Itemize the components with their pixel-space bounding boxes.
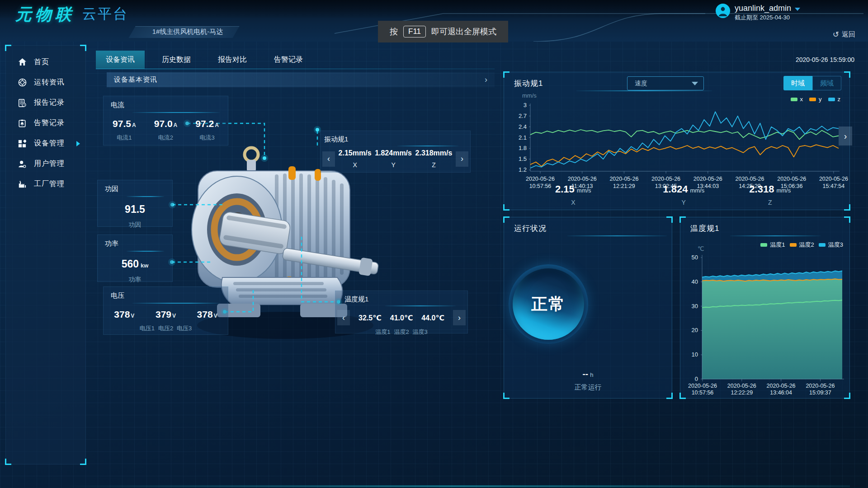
svg-text:0: 0	[695, 375, 698, 382]
sidebar-item-user-management[interactable]: 用户管理	[6, 154, 85, 174]
chevron-down-icon[interactable]	[795, 8, 800, 11]
bottom-accent-strip	[59, 485, 850, 487]
svg-text:40: 40	[692, 278, 698, 285]
vibration-chart-panel: 振动规1 速度 时域 频域 xyz mm/s 32.72.42.11.81.51…	[504, 72, 850, 210]
temperature-next-button[interactable]: ›	[453, 310, 466, 325]
tab-history-data[interactable]: 历史数据	[152, 51, 201, 69]
svg-text:10: 10	[692, 351, 698, 358]
corner-bracket	[80, 45, 86, 51]
sidebar-item-home[interactable]: 首页	[6, 52, 85, 72]
current-panel: 电流 97.5A 97.0A 97.2A 电流1 电流2 电流3	[103, 96, 228, 145]
sidebar-label: 首页	[34, 57, 49, 67]
alarm-icon	[18, 119, 27, 128]
license-expiry: 截止期至 2025-04-30	[735, 14, 800, 22]
status-indicator: 正常	[509, 264, 588, 344]
tab-device-info[interactable]: 设备资讯	[96, 51, 145, 69]
temperature-area-chart: 504030201002020-05-2610:57:562020-05-261…	[680, 217, 850, 399]
corner-bracket	[503, 216, 509, 223]
current-3-value: 97.2A	[195, 118, 219, 129]
user-menu[interactable]: yuanlink_admin 截止期至 2025-04-30	[716, 4, 800, 22]
svg-text:2020-05-26: 2020-05-26	[609, 176, 638, 182]
title-underline	[132, 303, 220, 304]
power-factor-label: 功因	[98, 221, 172, 229]
temperature-sensor-callout: 温度规1 ‹ 32.5℃ 41.0℃ 44.0℃ › 温度1温度2温度3	[335, 291, 468, 333]
devices-icon	[18, 139, 27, 148]
svg-text:13:46:04: 13:46:04	[770, 389, 792, 396]
vibration-sensor-callout: 振动规1 ‹ 2.15mm/sX 1.824mm/sY 2.318mm/sZ ›	[320, 131, 471, 173]
power-factor-value: 91.5	[98, 203, 172, 216]
vibration-prev-button[interactable]: ‹	[322, 151, 335, 167]
user-icon	[18, 160, 27, 169]
panel-title: 功因	[98, 180, 172, 193]
svg-text:50: 50	[692, 254, 698, 261]
section-title: 设备基本资讯	[114, 75, 157, 84]
voltage-1-value: 378V	[114, 309, 134, 320]
sidebar-item-operation-info[interactable]: 运转资讯	[6, 72, 85, 93]
sidebar-label: 用户管理	[34, 159, 65, 169]
temperature-3-value: 44.0℃	[421, 314, 444, 322]
voltage-labels: 电压1电压2电压3	[104, 324, 228, 333]
callout-title: 振动规1	[321, 131, 470, 144]
svg-text:2020-05-26: 2020-05-26	[651, 176, 680, 182]
corner-bracket	[844, 393, 850, 399]
callout-title: 温度规1	[335, 291, 467, 304]
sidebar-item-device-management[interactable]: 设备管理	[6, 133, 85, 154]
f11-key-badge: F11	[403, 26, 426, 38]
power-panel: 功率 560kw 功率	[97, 235, 173, 282]
tab-report-compare[interactable]: 报告对比	[208, 51, 257, 69]
header: 元物联 云平台 1#线主供风机电机-马达 按 F11 即可退出全屏模式 yuan…	[0, 0, 868, 42]
back-button[interactable]: ↺ 返回	[833, 30, 855, 39]
svg-text:2020-05-26: 2020-05-26	[736, 176, 764, 182]
svg-text:1.8: 1.8	[519, 145, 527, 151]
svg-text:2020-05-26: 2020-05-26	[693, 176, 722, 182]
sidebar-item-factory-management[interactable]: 工厂管理	[6, 174, 85, 194]
svg-text:1.2: 1.2	[519, 166, 527, 173]
fullscreen-tip-suffix: 即可退出全屏模式	[431, 26, 496, 37]
gauge-icon	[18, 78, 27, 87]
sidebar-item-alarm-records[interactable]: 告警记录	[6, 113, 85, 133]
svg-text:2020-05-26: 2020-05-26	[819, 176, 848, 182]
sidebar-item-report-records[interactable]: 报告记录	[6, 93, 85, 113]
current-timestamp: 2020-05-26 15:59:00	[796, 56, 854, 63]
current-labels: 电流1 电流2 电流3	[104, 134, 228, 142]
running-hours: --h	[504, 369, 672, 379]
corner-bracket	[679, 216, 686, 223]
tab-bar: 设备资讯 历史数据 报告对比 告警记录	[96, 51, 320, 69]
vibration-summary-x: 2.15mm/s X	[504, 183, 642, 206]
tab-alarm-records[interactable]: 告警记录	[264, 51, 313, 69]
expand-arrow-icon	[76, 141, 80, 146]
power-label: 功率	[98, 276, 172, 284]
sidebar-label: 设备管理	[34, 139, 65, 148]
power-value: 560kw	[98, 258, 172, 270]
section-header-device-basic-info: 设备基本资讯 ›	[107, 72, 495, 87]
logo-text: 元物联	[15, 4, 75, 26]
svg-text:2020-05-26: 2020-05-26	[688, 383, 717, 389]
corner-bracket	[80, 459, 86, 465]
temperature-1-value: 32.5℃	[359, 314, 382, 322]
svg-text:20: 20	[692, 327, 698, 333]
current-2-value: 97.0A	[154, 118, 178, 129]
user-avatar-icon	[717, 5, 728, 16]
voltage-2-value: 379V	[156, 309, 176, 320]
corner-bracket	[844, 216, 850, 223]
temperature-prev-button[interactable]: ‹	[337, 310, 350, 325]
svg-text:2.7: 2.7	[519, 113, 527, 119]
vibration-next-sensor-button[interactable]: ›	[839, 127, 852, 145]
dashboard-page: 元物联 云平台 1#线主供风机电机-马达 按 F11 即可退出全屏模式 yuan…	[0, 0, 868, 488]
username[interactable]: yuanlink_admin	[735, 4, 791, 13]
sidebar-label: 报告记录	[34, 98, 65, 108]
temperature-chart-panel: 温度规1 温度1温度2温度3 ℃ 504030201002020-05-2610…	[680, 217, 850, 399]
corner-bracket	[503, 393, 509, 399]
power-factor-panel: 功因 91.5 功因	[97, 180, 173, 227]
voltage-panel: 电压 378V 379V 378V 电压1电压2电压3	[103, 286, 228, 335]
vibration-summary-y: 1.824mm/s Y	[642, 183, 725, 206]
panel-title: 功率	[98, 235, 172, 248]
svg-text:1.5: 1.5	[519, 155, 527, 162]
svg-text:2020-05-26: 2020-05-26	[767, 383, 796, 389]
sidebar: 首页 运转资讯 报告记录 告警记录 设备管理 用户管理	[5, 45, 86, 465]
title-underline	[567, 235, 667, 236]
status-badge: 正常	[531, 293, 566, 315]
vibration-next-button[interactable]: ›	[456, 151, 468, 167]
avatar[interactable]	[716, 4, 730, 18]
section-expand-arrow[interactable]: ›	[485, 75, 487, 84]
